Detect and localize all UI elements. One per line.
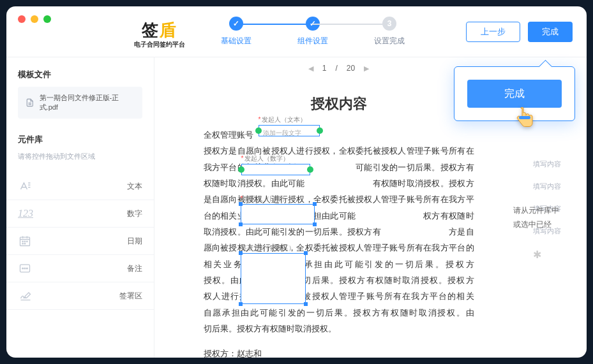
component-label: 日期 bbox=[127, 236, 142, 247]
svg-point-4 bbox=[22, 244, 23, 244]
component-signature[interactable]: 签署区 bbox=[6, 282, 154, 310]
corner-handle[interactable] bbox=[304, 302, 308, 306]
svg-point-8 bbox=[24, 268, 26, 269]
page-next[interactable]: ▶ bbox=[364, 64, 369, 73]
resize-handle-left[interactable] bbox=[238, 166, 244, 173]
step-number: 3 bbox=[382, 17, 396, 31]
svg-rect-10 bbox=[519, 116, 530, 119]
minimize-dot[interactable] bbox=[31, 15, 38, 23]
signer-line: 授权方：赵志和 bbox=[204, 346, 474, 358]
corner-handle[interactable] bbox=[239, 251, 243, 255]
field-tag: *发起人（数字） bbox=[241, 152, 290, 165]
corner-handle[interactable] bbox=[239, 222, 243, 226]
library-hint: 请将控件拖动到文件区域 bbox=[18, 152, 142, 161]
component-date[interactable]: 日期 bbox=[6, 228, 154, 255]
document-preview: 授权内容 全权管理账号 授权方是自愿向被授权人进行授权，全权委托被授权人管理子账… bbox=[186, 79, 492, 358]
close-dot[interactable] bbox=[18, 15, 26, 23]
calendar-icon bbox=[18, 234, 37, 248]
component-remark[interactable]: 备注 bbox=[6, 255, 154, 282]
side-hint-text: 请从元件库中 或选中已经 bbox=[513, 204, 587, 231]
corner-handle[interactable] bbox=[239, 302, 243, 306]
svg-point-5 bbox=[24, 244, 25, 244]
placed-field-text[interactable]: *发起人（文本） 添加一段文字 bbox=[259, 125, 320, 136]
star-icon[interactable]: ✱ bbox=[523, 242, 552, 267]
remark-icon bbox=[18, 261, 37, 275]
number-icon: 123 bbox=[18, 207, 37, 221]
page-navigator: ◀ 1 / 20 ▶ bbox=[308, 57, 369, 79]
logo-subtitle: 电子合同签约平台 bbox=[134, 40, 185, 49]
text-icon bbox=[18, 179, 37, 193]
svg-point-2 bbox=[24, 241, 25, 242]
step-label: 组件设置 bbox=[297, 36, 328, 47]
page-prev[interactable]: ◀ bbox=[308, 64, 313, 73]
placed-field-signature[interactable]: 签署方1（签署区） bbox=[241, 253, 306, 304]
field-tag: *发起人（日期） bbox=[241, 193, 289, 205]
step-label: 基础设置 bbox=[221, 36, 251, 47]
field-tag: *发起人（文本） bbox=[259, 113, 307, 126]
page-sep: / bbox=[335, 64, 337, 73]
component-number[interactable]: 123 数字 bbox=[6, 200, 154, 228]
svg-point-9 bbox=[27, 268, 28, 269]
wizard-steps: 基础设置 组件设置 3 设置完成 bbox=[198, 17, 428, 47]
corner-handle[interactable] bbox=[313, 202, 317, 206]
component-text[interactable]: 文本 bbox=[6, 173, 154, 200]
logo-char2: 盾 bbox=[160, 20, 177, 40]
svg-point-7 bbox=[22, 268, 24, 269]
cursor-pointer-icon bbox=[514, 107, 536, 136]
svg-point-1 bbox=[22, 241, 23, 242]
maximize-dot[interactable] bbox=[43, 15, 51, 23]
done-button[interactable]: 完成 bbox=[528, 22, 573, 42]
step-complete[interactable]: 3 设置完成 bbox=[351, 17, 428, 47]
resize-handle-right[interactable] bbox=[307, 166, 313, 173]
field-placeholder: 添加一段文字 bbox=[259, 126, 319, 141]
placed-field-date[interactable]: *发起人（日期） bbox=[241, 204, 315, 224]
step-basic-settings[interactable]: 基础设置 bbox=[198, 17, 274, 47]
component-label: 签署区 bbox=[119, 291, 142, 302]
field-tag: 签署方1（签署区） bbox=[241, 242, 296, 254]
rail-item[interactable]: 填写内容 bbox=[523, 175, 571, 198]
sidebar: 模板文件 第一期合同文件修正版-正式.pdf 元件库 请将控件拖动到文件区域 文… bbox=[6, 57, 154, 358]
popover-done-button[interactable]: 完成 bbox=[467, 80, 562, 108]
doc-line-prefix: 全权管理账号 bbox=[204, 130, 253, 140]
document-title: 授权内容 bbox=[204, 91, 474, 118]
component-library-title: 元件库 bbox=[18, 134, 142, 145]
component-label: 文本 bbox=[127, 181, 142, 192]
svg-point-3 bbox=[27, 241, 27, 242]
resize-handle-left[interactable] bbox=[255, 127, 262, 134]
window-controls bbox=[18, 15, 51, 23]
template-file-item[interactable]: 第一期合同文件修正版-正式.pdf bbox=[18, 87, 142, 119]
step-component-settings[interactable]: 组件设置 bbox=[274, 17, 351, 47]
resize-handle-right[interactable] bbox=[317, 127, 323, 134]
file-name: 第一期合同文件修正版-正式.pdf bbox=[40, 93, 135, 112]
rail-item[interactable]: 填写内容 bbox=[523, 153, 571, 175]
corner-handle[interactable] bbox=[239, 202, 243, 206]
page-total: 20 bbox=[347, 64, 355, 73]
component-label: 数字 bbox=[127, 208, 142, 219]
file-icon bbox=[26, 98, 34, 107]
signature-icon bbox=[18, 289, 37, 303]
component-label: 备注 bbox=[127, 263, 142, 274]
app-logo: 签盾 电子合同签约平台 bbox=[134, 19, 185, 49]
prev-step-button[interactable]: 上一步 bbox=[466, 22, 520, 42]
placed-field-number[interactable]: *发起人（数字） bbox=[241, 164, 310, 175]
logo-char1: 签 bbox=[142, 20, 160, 40]
corner-handle[interactable] bbox=[313, 222, 317, 226]
step-label: 设置完成 bbox=[374, 36, 405, 47]
corner-handle[interactable] bbox=[304, 251, 308, 255]
page-current: 1 bbox=[322, 64, 327, 73]
template-files-title: 模板文件 bbox=[18, 69, 142, 80]
